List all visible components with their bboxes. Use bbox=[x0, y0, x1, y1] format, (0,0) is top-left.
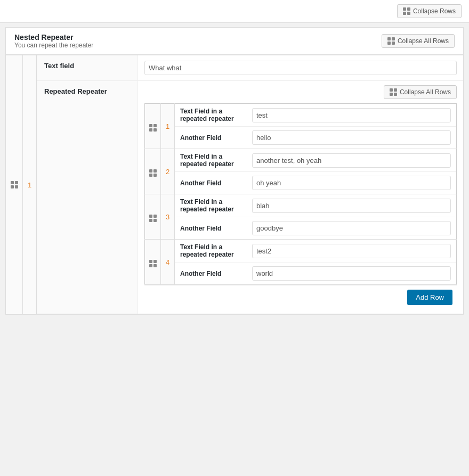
panel-header: Nested Repeater You can repeat the repea… bbox=[6, 28, 463, 55]
another-field-label-2: Another Field bbox=[180, 179, 247, 187]
text-field-input[interactable] bbox=[144, 61, 457, 75]
another-field-label-1: Another Field bbox=[180, 134, 247, 142]
row-fields: Text Field in a repeated repeater Anothe… bbox=[175, 240, 457, 285]
text-field-in-repeater-input-1[interactable] bbox=[252, 108, 451, 122]
main-panel: Nested Repeater You can repeat the repea… bbox=[5, 27, 464, 315]
top-bar: Collapse Rows bbox=[0, 0, 469, 23]
drag-icon bbox=[149, 215, 157, 222]
text-field-in-repeater-label-2: Text Field in a repeated repeater bbox=[180, 153, 247, 168]
row-fields: Text Field in a repeated repeater Anothe… bbox=[175, 104, 457, 149]
row-handle[interactable] bbox=[145, 240, 161, 285]
inner-collapse-all-button[interactable]: Collapse All Rows bbox=[384, 85, 457, 99]
add-row-button[interactable]: Add Row bbox=[407, 290, 452, 305]
add-row-bar: Add Row bbox=[144, 285, 457, 309]
row-number: 4 bbox=[161, 240, 175, 285]
repeated-repeater-label: Repeated Repeater bbox=[37, 81, 138, 314]
another-field-input-4[interactable] bbox=[252, 266, 451, 281]
text-field-row-2: Text Field in a repeated repeater bbox=[175, 149, 456, 172]
panel-subtitle: You can repeat the repeater bbox=[14, 42, 93, 49]
inner-collapse-bar: Collapse All Rows bbox=[144, 85, 457, 99]
outer-row-number: 1 bbox=[23, 55, 37, 314]
grid-icon bbox=[390, 88, 397, 96]
text-field-label: Text field bbox=[37, 55, 138, 80]
grid-icon bbox=[403, 7, 410, 15]
another-field-input-2[interactable] bbox=[252, 176, 451, 190]
grid-icon bbox=[387, 37, 395, 45]
text-field-in-repeater-label-3: Text Field in a repeated repeater bbox=[180, 198, 247, 213]
text-field-in-repeater-label-1: Text Field in a repeated repeater bbox=[180, 108, 247, 122]
inner-collapse-all-label: Collapse All Rows bbox=[400, 88, 451, 96]
outer-repeater-row: 1 Text field Repeated Repeater bbox=[6, 55, 463, 314]
collapse-rows-button[interactable]: Collapse Rows bbox=[397, 4, 462, 18]
another-field-row-2: Another Field bbox=[175, 172, 456, 194]
repeated-repeater-content: Collapse All Rows 1 Text Field in a repe bbox=[138, 81, 463, 314]
row-handle[interactable] bbox=[145, 149, 161, 194]
row-number: 3 bbox=[161, 194, 175, 240]
text-field-in-repeater-label-4: Text Field in a repeated repeater bbox=[180, 243, 247, 258]
repeated-repeater-row: Repeated Repeater Collapse All Rows bbox=[37, 81, 463, 314]
text-field-row: Text field bbox=[37, 55, 463, 81]
row-number: 2 bbox=[161, 149, 175, 194]
another-field-label-3: Another Field bbox=[180, 225, 247, 232]
collapse-all-label: Collapse All Rows bbox=[398, 37, 449, 45]
collapse-rows-label: Collapse Rows bbox=[413, 7, 456, 15]
text-field-in-repeater-input-3[interactable] bbox=[252, 199, 451, 213]
row-handle[interactable] bbox=[145, 104, 161, 149]
nested-repeater-table: 1 Text Field in a repeated repeater Anot… bbox=[144, 103, 457, 285]
drag-icon bbox=[149, 124, 157, 132]
drag-handle-icon bbox=[11, 181, 18, 188]
another-field-input-3[interactable] bbox=[252, 221, 451, 235]
text-field-row-3: Text Field in a repeated repeater bbox=[175, 194, 456, 217]
row-fields: Text Field in a repeated repeater Anothe… bbox=[175, 194, 457, 240]
page-wrapper: Collapse Rows Nested Repeater You can re… bbox=[0, 0, 469, 476]
table-row: 1 Text Field in a repeated repeater Anot… bbox=[145, 104, 457, 149]
outer-row-handle[interactable] bbox=[6, 55, 23, 314]
drag-icon bbox=[149, 169, 157, 177]
text-field-row-1: Text Field in a repeated repeater bbox=[175, 104, 456, 127]
table-row: 3 Text Field in a repeated repeater Anot… bbox=[145, 194, 457, 240]
row-handle[interactable] bbox=[145, 194, 161, 240]
text-field-row-4: Text Field in a repeated repeater bbox=[175, 240, 456, 262]
row-number: 1 bbox=[161, 104, 175, 149]
another-field-row-4: Another Field bbox=[175, 262, 456, 284]
another-field-row-3: Another Field bbox=[175, 217, 456, 239]
row-fields: Text Field in a repeated repeater Anothe… bbox=[175, 149, 457, 194]
table-row: 4 Text Field in a repeated repeater Anot… bbox=[145, 240, 457, 285]
another-field-row-1: Another Field bbox=[175, 127, 456, 149]
text-field-value-cell bbox=[138, 55, 463, 80]
table-row: 2 Text Field in a repeated repeater Anot… bbox=[145, 149, 457, 194]
panel-title-block: Nested Repeater You can repeat the repea… bbox=[14, 33, 93, 49]
text-field-in-repeater-input-2[interactable] bbox=[252, 153, 451, 168]
drag-icon bbox=[149, 260, 157, 267]
text-field-in-repeater-input-4[interactable] bbox=[252, 244, 451, 258]
another-field-label-4: Another Field bbox=[180, 270, 247, 277]
another-field-input-1[interactable] bbox=[252, 130, 451, 145]
panel-title: Nested Repeater bbox=[14, 33, 93, 42]
collapse-all-rows-button[interactable]: Collapse All Rows bbox=[382, 34, 455, 48]
outer-fields: Text field Repeated Repeater bbox=[37, 55, 463, 314]
